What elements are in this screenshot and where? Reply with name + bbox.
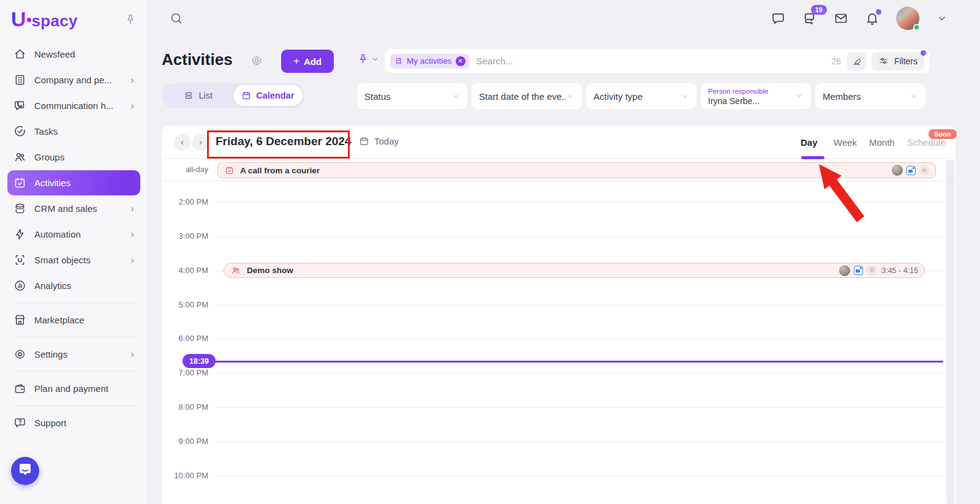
pin-icon <box>357 53 369 65</box>
activity-type-filter-dropdown[interactable]: Activity type <box>586 83 696 109</box>
event-title: A call from a courier <box>240 166 320 175</box>
search-bar[interactable]: My activities ✕ Search... 26 Filters <box>385 49 930 73</box>
tab-label: Calendar <box>256 91 294 100</box>
settings-gear-icon <box>13 348 26 361</box>
home-icon <box>13 48 26 61</box>
sidebar-item-activities[interactable]: Activities <box>7 170 140 195</box>
sidebar-item-communication[interactable]: Communication h... › <box>7 93 140 118</box>
building-icon <box>13 73 26 86</box>
logo-row: U spacy <box>0 0 148 36</box>
current-time-badge: 18:39 <box>183 354 216 368</box>
sidebar-divider <box>12 371 135 372</box>
tasks-icon <box>13 125 26 138</box>
sliders-icon <box>878 56 889 66</box>
sidebar-item-label: Communication h... <box>34 100 113 111</box>
bell-icon[interactable] <box>865 11 880 26</box>
sidebar-item-smart-objects[interactable]: Smart objects › <box>7 247 140 273</box>
pin-filter-dropdown[interactable] <box>357 53 380 65</box>
dropdown-value: Iryna Serbe... <box>708 96 760 107</box>
tab-month[interactable]: Month <box>869 137 895 148</box>
sidebar-item-analytics[interactable]: Analytics <box>7 273 140 298</box>
add-button[interactable]: + Add <box>281 50 334 73</box>
messenger-icon[interactable]: 19 <box>802 11 817 26</box>
sidebar-item-label: Newsfeed <box>34 49 75 59</box>
sidebar-item-newsfeed[interactable]: Newsfeed <box>7 42 140 67</box>
view-switcher: List Calendar <box>162 83 304 108</box>
calendar-icon <box>359 136 369 146</box>
attendee-avatar <box>892 165 903 176</box>
sidebar-item-marketplace[interactable]: Marketplace <box>7 307 140 333</box>
calendar-icon <box>241 91 251 100</box>
main-content: Activities + Add My activities ✕ <box>148 37 980 504</box>
mail-icon[interactable] <box>834 11 848 26</box>
sidebar-item-support[interactable]: Support <box>7 410 140 435</box>
chat-bubble-icon <box>18 462 32 480</box>
clear-search-button[interactable] <box>847 52 866 70</box>
start-date-filter-dropdown[interactable]: Start date of the eve... <box>472 83 582 109</box>
remove-chip-icon[interactable]: ✕ <box>456 56 466 66</box>
hour-label: 7:00 PM <box>165 368 208 377</box>
sidebar-item-automation[interactable]: Automation › <box>7 222 140 247</box>
prev-day-button[interactable]: ‹ <box>174 134 190 151</box>
hour-gridline <box>216 476 943 476</box>
sidebar-item-groups[interactable]: Groups <box>7 145 140 170</box>
people-icon <box>231 266 241 276</box>
attendee-avatar <box>839 265 850 276</box>
allday-row: all-day A call from a courier = <box>162 159 956 181</box>
members-filter-dropdown[interactable]: Members <box>815 83 925 109</box>
calendar-scrollbar[interactable] <box>946 160 954 504</box>
sidebar-item-tasks[interactable]: Tasks <box>7 119 140 144</box>
next-day-button[interactable]: › <box>192 134 209 151</box>
chevron-down-icon <box>795 91 804 100</box>
sidebar-item-label: Automation <box>34 229 81 239</box>
online-status-dot <box>913 24 920 31</box>
sidebar-item-plan-payment[interactable]: Plan and payment <box>7 376 140 401</box>
intercom-chat-launcher[interactable] <box>11 457 39 485</box>
dropdown-label: Start date of the eve... <box>479 91 566 102</box>
sidebar-item-company[interactable]: Company and pe... › <box>7 67 140 92</box>
calendar-check-icon <box>225 166 234 175</box>
status-filter-dropdown[interactable]: Status <box>357 83 467 109</box>
tab-calendar-view[interactable]: Calendar <box>233 85 303 106</box>
logo-letter: U <box>11 9 26 29</box>
chevron-down-icon <box>371 55 380 64</box>
sidebar-divider <box>12 337 135 337</box>
tab-week[interactable]: Week <box>834 137 857 148</box>
sidebar-item-label: CRM and sales <box>34 203 97 214</box>
sidebar-item-label: Analytics <box>34 280 71 291</box>
search-icon[interactable] <box>169 11 184 26</box>
sidebar-item-crm[interactable]: CRM and sales › <box>7 196 140 221</box>
calendar-card: ‹ › Friday, 6 December 2024 Today Day We… <box>162 126 956 504</box>
google-calendar-icon <box>907 166 916 175</box>
uspacy-logo[interactable]: U spacy <box>11 9 78 31</box>
today-button[interactable]: Today <box>359 136 399 146</box>
pin-sidebar-icon[interactable] <box>124 13 137 26</box>
hour-label: 2:00 PM <box>165 197 208 206</box>
tab-list-view[interactable]: List <box>164 85 233 106</box>
person-responsible-filter-dropdown[interactable]: Person responsible Iryna Serbe... <box>701 83 811 109</box>
hour-gridline <box>216 442 943 442</box>
comment-icon[interactable] <box>771 12 785 26</box>
dropdown-label: Members <box>823 91 861 102</box>
tab-day[interactable]: Day <box>801 137 818 148</box>
filters-active-dot <box>921 50 926 56</box>
unread-count-badge: 19 <box>811 5 827 15</box>
sidebar-item-settings[interactable]: Settings › <box>7 342 140 367</box>
notification-dot <box>876 9 881 15</box>
gear-icon[interactable] <box>251 55 263 67</box>
chevron-down-icon[interactable] <box>936 12 948 24</box>
chevron-right-icon: › <box>130 349 134 359</box>
wallet-icon <box>13 382 26 395</box>
search-input[interactable]: Search... <box>477 56 832 66</box>
user-avatar[interactable] <box>896 7 919 30</box>
uspacy-app: U spacy Newsfeed Company and pe... › Com… <box>0 0 980 504</box>
filters-button[interactable]: Filters <box>872 52 924 70</box>
event-demo-show[interactable]: Demo show = 3:45 - 4:15 <box>224 263 925 278</box>
sidebar-item-label: Activities <box>34 178 70 188</box>
my-activities-chip[interactable]: My activities ✕ <box>390 54 470 69</box>
google-calendar-icon <box>854 266 863 275</box>
topbar: 19 <box>148 0 980 37</box>
chevron-down-icon <box>451 92 460 100</box>
chevron-down-icon <box>566 92 575 100</box>
event-call-from-courier[interactable]: A call from a courier = <box>217 162 936 178</box>
